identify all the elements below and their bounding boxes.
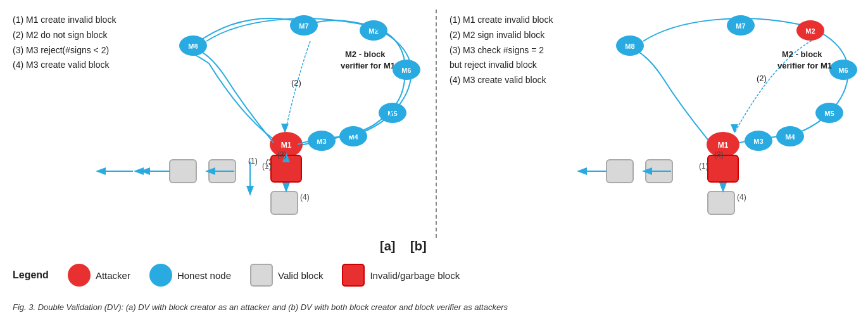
svg-text:(1): (1) bbox=[248, 157, 258, 165]
svg-point-47 bbox=[815, 103, 843, 123]
svg-point-55 bbox=[707, 132, 739, 157]
diagram-a: (1) M1 create invalid block (2) M2 do no… bbox=[0, 0, 431, 247]
label-a3: (3) M3 reject(#signs < 2) bbox=[13, 43, 116, 58]
label-b3: (3) M3 check #signs = 2 bbox=[450, 43, 553, 58]
svg-text:verifier for M1: verifier for M1 bbox=[777, 61, 832, 70]
svg-point-12 bbox=[290, 15, 318, 36]
legend-invalid-label: Invalid/garbage block bbox=[370, 270, 460, 281]
svg-text:verifier for M1: verifier for M1 bbox=[341, 61, 395, 70]
svg-point-18 bbox=[379, 103, 406, 123]
legend-invalid-block: Invalid/garbage block bbox=[342, 264, 460, 287]
svg-text:M6: M6 bbox=[401, 67, 411, 74]
svg-text:M1: M1 bbox=[281, 141, 292, 150]
label-b1: (1) M1 create invalid block bbox=[450, 13, 553, 28]
legend-valid-block: Valid block bbox=[250, 264, 323, 287]
legend-honest-icon bbox=[149, 264, 172, 287]
svg-point-26 bbox=[270, 132, 303, 157]
svg-point-51 bbox=[745, 131, 772, 151]
svg-text:(3): (3) bbox=[266, 158, 275, 167]
legend-title: Legend bbox=[13, 269, 49, 281]
svg-point-14 bbox=[360, 20, 387, 41]
legend-invalid-icon bbox=[342, 264, 365, 287]
label-a1: (1) M1 create invalid block bbox=[13, 13, 116, 28]
svg-marker-39 bbox=[731, 124, 738, 133]
svg-text:(1): (1) bbox=[262, 162, 272, 171]
svg-text:(4): (4) bbox=[737, 193, 746, 202]
label-b5: (4) M3 create valid block bbox=[450, 73, 553, 88]
svg-text:M7: M7 bbox=[299, 22, 308, 30]
diagram-b-labels: (1) M1 create invalid block (2) M2 sign … bbox=[450, 13, 553, 88]
svg-text:M2 - block: M2 - block bbox=[782, 49, 822, 59]
svg-point-41 bbox=[727, 15, 755, 36]
svg-text:(3): (3) bbox=[277, 150, 287, 159]
svg-rect-62 bbox=[708, 191, 734, 214]
svg-text:(4): (4) bbox=[272, 196, 282, 205]
svg-rect-29 bbox=[209, 160, 236, 183]
svg-text:M5: M5 bbox=[824, 110, 834, 117]
svg-point-45 bbox=[829, 60, 857, 80]
svg-text:M5: M5 bbox=[387, 110, 397, 117]
label-a4: (4) M3 create valid block bbox=[13, 58, 116, 73]
svg-text:M2 - block: M2 - block bbox=[345, 49, 386, 59]
svg-text:M8: M8 bbox=[188, 42, 198, 50]
svg-text:M4: M4 bbox=[348, 133, 358, 141]
svg-text:(1): (1) bbox=[699, 162, 708, 171]
svg-point-43 bbox=[796, 20, 824, 41]
legend-attacker-icon bbox=[68, 264, 91, 287]
svg-rect-28 bbox=[271, 155, 301, 182]
diagram-b: (1) M1 create invalid block (2) M2 sign … bbox=[437, 0, 867, 247]
legend-row: Legend Attacker Honest node Valid block … bbox=[13, 264, 861, 287]
svg-text:M8: M8 bbox=[625, 42, 634, 50]
svg-text:M2: M2 bbox=[805, 27, 815, 35]
svg-point-24 bbox=[179, 36, 207, 56]
svg-point-22 bbox=[308, 131, 336, 151]
legend-honest: Honest node bbox=[149, 264, 231, 287]
svg-text:(2): (2) bbox=[757, 74, 767, 83]
main-container: (1) M1 create invalid block (2) M2 do no… bbox=[0, 0, 868, 317]
svg-text:M3: M3 bbox=[317, 138, 326, 145]
svg-rect-61 bbox=[607, 160, 633, 183]
label-a-bracket: [a] bbox=[380, 239, 395, 254]
svg-marker-0 bbox=[281, 124, 289, 133]
svg-point-20 bbox=[339, 126, 367, 146]
diagram-a-labels: (1) M1 create invalid block (2) M2 do no… bbox=[13, 13, 116, 73]
svg-rect-31 bbox=[271, 191, 298, 214]
label-b4: but reject invalid block bbox=[450, 58, 553, 73]
svg-point-53 bbox=[616, 36, 644, 56]
legend-valid-label: Valid block bbox=[278, 270, 323, 281]
svg-rect-59 bbox=[708, 155, 738, 182]
figure-caption: Fig. 3. Double Validation (DV): (a) DV w… bbox=[13, 302, 508, 312]
legend-attacker-label: Attacker bbox=[96, 270, 130, 281]
svg-text:M6: M6 bbox=[838, 67, 848, 74]
legend-valid-icon bbox=[250, 264, 273, 287]
svg-rect-60 bbox=[646, 160, 672, 183]
svg-text:M4: M4 bbox=[785, 133, 795, 141]
svg-text:(2): (2) bbox=[291, 78, 301, 87]
legend-honest-label: Honest node bbox=[177, 270, 231, 281]
svg-text:(3): (3) bbox=[714, 150, 724, 159]
label-b-bracket: [b] bbox=[410, 239, 427, 254]
svg-rect-30 bbox=[170, 160, 196, 183]
label-b2: (2) M2 sign invalid block bbox=[450, 28, 553, 43]
svg-text:(4): (4) bbox=[300, 193, 310, 202]
svg-text:M1: M1 bbox=[718, 141, 729, 150]
svg-text:M3: M3 bbox=[753, 138, 763, 145]
svg-text:M2: M2 bbox=[368, 27, 378, 35]
svg-point-16 bbox=[393, 60, 420, 80]
svg-point-49 bbox=[776, 126, 804, 146]
svg-text:M7: M7 bbox=[736, 22, 745, 30]
legend-attacker: Attacker bbox=[68, 264, 130, 287]
label-a2: (2) M2 do not sign block bbox=[13, 28, 116, 43]
